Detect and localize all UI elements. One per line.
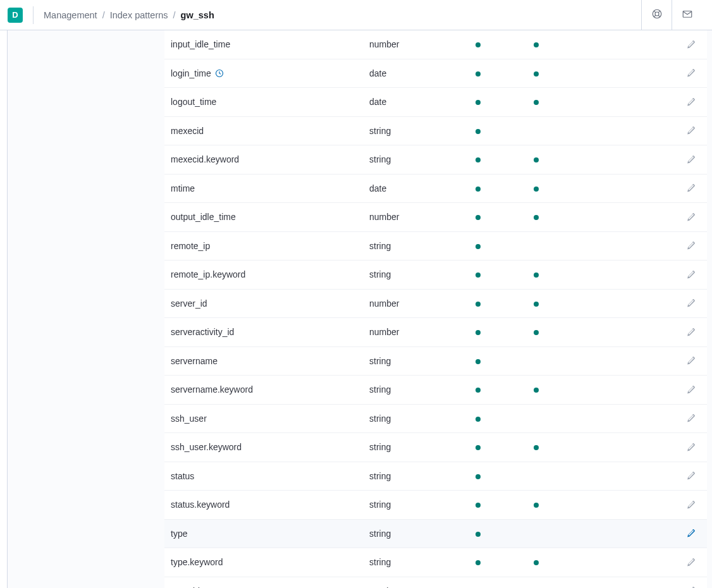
edit-field-button[interactable] (684, 211, 697, 223)
edit-field-button[interactable] (684, 383, 697, 396)
newsfeed-button[interactable] (672, 0, 702, 30)
field-actions-cell (587, 289, 707, 318)
field-aggregatable-cell (529, 548, 587, 577)
edit-field-button[interactable] (684, 268, 697, 281)
dot-icon (476, 330, 481, 335)
field-name-cell: mtime (164, 174, 364, 203)
dot-icon (476, 359, 481, 364)
dot-icon (476, 71, 481, 77)
dot-icon (534, 71, 539, 77)
edit-field-button[interactable] (684, 182, 697, 195)
field-actions-cell (587, 577, 707, 588)
edit-field-button[interactable] (684, 297, 697, 310)
field-name: serveractivity_id (171, 327, 234, 337)
pencil-icon (686, 558, 696, 567)
table-row: remote_ipstring (164, 231, 707, 260)
header-bar: D Management / Index patterns / gw_ssh (0, 0, 712, 30)
field-actions-cell (587, 433, 707, 462)
field-name-cell: servername.keyword (164, 376, 364, 405)
field-name-cell: status.keyword (164, 491, 364, 520)
table-row: statusstring (164, 462, 707, 491)
edit-field-button[interactable] (684, 556, 697, 568)
dot-icon (534, 560, 539, 565)
field-aggregatable-cell (529, 462, 587, 491)
pencil-icon (686, 529, 696, 538)
field-name-cell: login_time (164, 59, 364, 88)
dot-icon (534, 215, 539, 220)
pencil-icon (686, 183, 696, 193)
edit-field-button[interactable] (684, 326, 697, 338)
table-row: ssh_user.keywordstring (164, 433, 707, 462)
edit-field-button[interactable] (684, 355, 697, 367)
table-row: typestring (164, 519, 707, 548)
field-name-cell: status (164, 462, 364, 491)
field-searchable-cell (470, 519, 529, 548)
field-type-cell: string (364, 404, 470, 433)
field-type-cell: number (364, 289, 470, 318)
table-row: type.keywordstring (164, 548, 707, 577)
table-row: serveractivity_idnumber (164, 318, 707, 347)
edit-field-button[interactable] (684, 441, 697, 453)
dot-icon (476, 302, 481, 307)
field-name-cell: output_idle_time (164, 203, 364, 232)
edit-field-button[interactable] (684, 125, 697, 137)
pencil-icon (686, 413, 696, 423)
edit-field-button[interactable] (684, 412, 697, 425)
table-row: status.keywordstring (164, 491, 707, 520)
field-actions-cell (587, 145, 707, 175)
field-searchable-cell (470, 88, 529, 117)
field-actions-cell (587, 404, 707, 433)
table-row: mexecidstring (164, 116, 707, 145)
field-actions-cell (587, 462, 707, 491)
field-searchable-cell (470, 116, 529, 145)
edit-field-button[interactable] (684, 470, 697, 482)
field-aggregatable-cell (529, 203, 587, 232)
edit-field-button[interactable] (684, 527, 697, 540)
field-actions-cell (587, 203, 707, 232)
dot-icon (476, 417, 481, 422)
field-type-cell: number (364, 577, 470, 588)
edit-field-button[interactable] (684, 67, 697, 80)
breadcrumb-separator: / (102, 10, 105, 20)
edit-field-button[interactable] (684, 153, 697, 166)
lifebuoy-icon (651, 8, 663, 21)
breadcrumb-current: gw_ssh (181, 10, 214, 20)
breadcrumb-index-patterns[interactable]: Index patterns (110, 10, 168, 20)
field-name: status (171, 471, 194, 481)
field-actions-cell (587, 260, 707, 290)
edit-field-button[interactable] (684, 240, 697, 252)
field-searchable-cell (470, 318, 529, 347)
field-aggregatable-cell (529, 174, 587, 203)
field-type-cell: date (364, 88, 470, 117)
field-type-cell: string (364, 519, 470, 548)
pencil-icon (686, 155, 696, 164)
pencil-icon (686, 40, 696, 49)
pencil-icon (686, 126, 696, 135)
edit-field-button[interactable] (684, 585, 697, 589)
edit-field-button[interactable] (684, 95, 697, 108)
dot-icon (476, 445, 481, 450)
field-name: servername (171, 356, 218, 366)
field-searchable-cell (470, 59, 529, 88)
breadcrumb-management[interactable]: Management (44, 10, 97, 20)
field-aggregatable-cell (529, 577, 587, 588)
field-type-cell: string (364, 346, 470, 376)
edit-field-button[interactable] (684, 498, 697, 511)
help-button[interactable] (641, 0, 672, 30)
field-type-cell: string (364, 376, 470, 405)
table-row: mtimedate (164, 174, 707, 203)
app-logo-badge[interactable]: D (8, 8, 23, 23)
table-row: input_idle_timenumber (164, 30, 707, 59)
edit-field-button[interactable] (684, 38, 697, 51)
field-searchable-cell (470, 231, 529, 260)
field-name-cell: type.keyword (164, 548, 364, 577)
field-name: server_id (171, 298, 207, 309)
field-actions-cell (587, 491, 707, 520)
field-aggregatable-cell (529, 116, 587, 145)
table-row: output_idle_timenumber (164, 203, 707, 232)
field-type-cell: date (364, 59, 470, 88)
field-name-cell: remote_ip.keyword (164, 260, 364, 290)
field-aggregatable-cell (529, 318, 587, 347)
table-row: server_idnumber (164, 289, 707, 318)
header-icons (641, 0, 702, 30)
